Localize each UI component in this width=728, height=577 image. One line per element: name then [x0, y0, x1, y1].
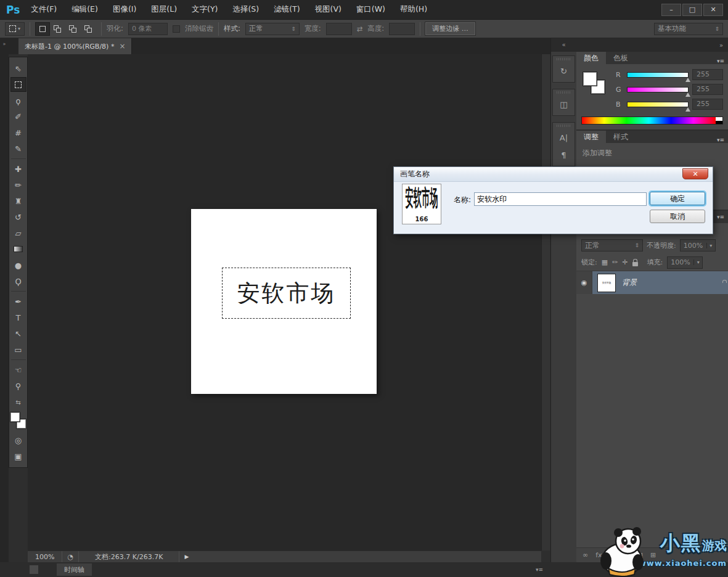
blur-tool[interactable]: ● — [10, 258, 27, 272]
lasso-tool[interactable]: ϙ — [10, 93, 27, 108]
menu-item-file[interactable]: 文件(F) — [31, 4, 57, 15]
color-spectrum-ramp[interactable] — [581, 117, 723, 125]
status-menu-arrow-icon[interactable]: ▶ — [179, 554, 194, 560]
intersect-selection-button[interactable] — [81, 22, 96, 36]
tab-close-icon[interactable]: × — [119, 42, 125, 51]
close-button[interactable]: ✕ — [703, 4, 723, 16]
dialog-title-bar[interactable]: 画笔名称 ✕ — [394, 167, 713, 182]
menu-item-view[interactable]: 视图(V) — [315, 4, 342, 15]
tab-adjustments[interactable]: 调整 — [576, 131, 606, 143]
menu-item-select[interactable]: 选择(S) — [232, 4, 259, 15]
panel-expand-icon[interactable]: » — [576, 38, 728, 52]
toolbar-collapse-icon[interactable]: » — [0, 41, 9, 47]
green-slider[interactable] — [627, 87, 689, 92]
menu-item-window[interactable]: 窗口(W) — [356, 4, 385, 15]
timeline-tab[interactable]: 时间轴 — [57, 563, 92, 576]
path-selection-tool[interactable]: ↖ — [10, 326, 27, 341]
panel-menu-icon[interactable]: ▾≡ — [536, 567, 543, 573]
screen-mode-button[interactable]: ▣ — [10, 449, 27, 464]
refine-edge-button[interactable]: 调整边缘 … — [425, 22, 475, 35]
dodge-tool[interactable]: Ϙ — [10, 274, 27, 288]
panel-menu-icon[interactable]: ▾≡ — [717, 137, 724, 143]
eyedropper-tool[interactable]: ✎ — [10, 141, 27, 156]
move-tool[interactable]: ⇖ — [10, 61, 27, 76]
pen-tool[interactable]: ✒ — [10, 294, 27, 309]
slider-thumb[interactable] — [685, 92, 690, 97]
link-layers-icon[interactable]: ∞ — [583, 551, 588, 559]
subtract-from-selection-button[interactable] — [66, 22, 81, 36]
history-brush-tool[interactable]: ↺ — [10, 210, 27, 224]
lock-move-icon[interactable]: ✛ — [622, 258, 628, 266]
style-select[interactable]: 正常 ⇕ — [245, 23, 300, 35]
tab-swatches[interactable]: 色板 — [606, 52, 636, 64]
rectangle-tool[interactable]: ▭ — [10, 342, 27, 357]
gradient-tool[interactable] — [10, 242, 27, 256]
document-canvas[interactable]: 安软市场 — [191, 209, 377, 394]
menu-item-layer[interactable]: 图层(L) — [151, 4, 177, 15]
rectangular-marquee-tool[interactable] — [10, 77, 27, 92]
menu-item-help[interactable]: 帮助(H) — [400, 4, 427, 15]
new-selection-button[interactable] — [35, 22, 50, 36]
quick-mask-button[interactable]: ◎ — [10, 433, 27, 448]
menu-item-edit[interactable]: 编辑(E) — [72, 4, 98, 15]
black-white-ramp[interactable] — [716, 117, 722, 124]
slider-thumb[interactable] — [685, 78, 690, 82]
panel-menu-icon[interactable]: ▾≡ — [717, 214, 724, 220]
dialog-close-button[interactable]: ✕ — [682, 168, 708, 179]
blue-value-input[interactable]: 255 — [692, 99, 723, 110]
selected-layer[interactable]: 安软市场 背景 — [592, 271, 728, 294]
hand-tool[interactable]: ☜ — [10, 362, 27, 377]
rainbow-ramp[interactable] — [582, 117, 716, 124]
swap-dimensions-icon[interactable]: ⇄ — [357, 25, 363, 33]
dock-gripper[interactable] — [557, 125, 571, 127]
blend-mode-select[interactable]: 正常 ⇕ — [581, 239, 643, 252]
dock-gripper[interactable] — [557, 58, 571, 60]
swap-colors-icon[interactable]: ⇆ — [10, 395, 27, 409]
menu-item-type[interactable]: 文字(Y) — [192, 4, 218, 15]
dock-collapse-icon[interactable]: « — [551, 38, 576, 52]
visibility-eye-icon[interactable]: ◉ — [576, 271, 592, 294]
tab-styles[interactable]: 样式 — [606, 131, 636, 143]
red-value-input[interactable]: 255 — [692, 69, 723, 80]
canvas-area[interactable]: 安软市场 — [28, 54, 541, 550]
lock-transparency-icon[interactable]: ▦ — [602, 258, 608, 266]
cancel-button[interactable]: 取消 — [650, 210, 705, 223]
foreground-color-swatch[interactable] — [10, 412, 20, 422]
width-input[interactable] — [326, 23, 352, 35]
layer-thumbnail[interactable]: 安软市场 — [597, 274, 616, 292]
brush-tool[interactable]: ✏ — [10, 178, 27, 192]
vertical-scrollbar[interactable] — [541, 54, 550, 550]
minimize-button[interactable]: – — [661, 4, 681, 16]
brush-name-input[interactable] — [474, 192, 647, 206]
document-tab[interactable]: 未标题-1 @ 100%(RGB/8) * × — [18, 38, 132, 54]
eraser-tool[interactable]: ▱ — [10, 226, 27, 240]
spot-healing-tool[interactable]: ✚ — [10, 162, 27, 176]
ok-button[interactable]: 确定 — [650, 192, 705, 205]
zoom-tool[interactable]: ⚲ — [10, 379, 27, 393]
layer-row-background[interactable]: ◉ 安软市场 背景 — [576, 271, 728, 294]
tab-color[interactable]: 颜色 — [576, 52, 606, 64]
zoom-level[interactable]: 100% — [28, 553, 62, 561]
lock-all-icon[interactable] — [632, 262, 638, 266]
red-slider[interactable] — [627, 72, 689, 78]
lock-paint-icon[interactable]: ✏ — [612, 258, 618, 266]
workspace-select[interactable]: 基本功能 ⇕ — [654, 23, 723, 35]
crop-tool[interactable]: # — [10, 125, 27, 140]
blue-slider[interactable] — [627, 102, 689, 107]
green-value-input[interactable]: 255 — [692, 84, 723, 95]
foreground-color-swatch[interactable] — [583, 72, 597, 86]
marching-ants-selection[interactable]: 安软市场 — [222, 268, 351, 319]
tool-preset-picker[interactable]: ▾ — [5, 22, 25, 36]
height-input[interactable] — [389, 23, 415, 35]
panel-menu-icon[interactable]: ▾≡ — [717, 58, 724, 64]
dock-gripper[interactable] — [557, 91, 571, 94]
feather-input[interactable] — [128, 23, 168, 35]
menu-item-image[interactable]: 图像(I) — [113, 4, 136, 15]
properties-panel-icon[interactable]: ◫ — [553, 96, 575, 113]
quick-selection-tool[interactable]: ✐ — [10, 109, 27, 124]
clone-stamp-tool[interactable]: ♜ — [10, 194, 27, 208]
maximize-button[interactable]: □ — [682, 4, 702, 16]
antialias-checkbox[interactable] — [173, 25, 180, 33]
add-to-selection-button[interactable] — [51, 22, 65, 36]
slider-thumb[interactable] — [685, 107, 690, 112]
